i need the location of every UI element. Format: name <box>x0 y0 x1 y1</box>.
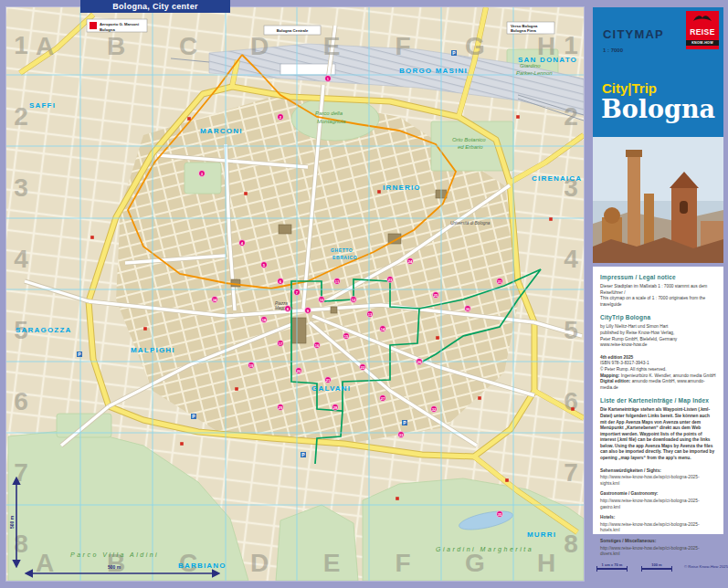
copyright-line: © Peter Rump. All rights reserved. <box>600 367 716 373</box>
sight-marker-number: 33 <box>399 433 404 437</box>
gastro-link-url: http://www.reise-know-how.de/wp/ct-bolog… <box>600 499 716 510</box>
svg-text:F: F <box>395 549 410 577</box>
mapping-label: Mapping: <box>600 373 619 378</box>
svg-text:2: 2 <box>564 102 578 131</box>
impressum-line-en: This citymap on a scale of 1 : 7000 orig… <box>600 296 716 308</box>
hotel-marker <box>90 236 94 239</box>
sights-link-url: http://www.reise-know-how.de/wp/ct-bolog… <box>600 475 716 487</box>
cover-photo-towers <box>593 137 723 263</box>
sidebar: REISE KNOW-HOW CITYMAP 1 : 7000 City|Tri… <box>589 0 728 588</box>
brand-name: REISE <box>690 27 715 37</box>
svg-text:6: 6 <box>564 387 578 415</box>
digital-line: Digital edition: amundo media GmbH, www.… <box>600 379 716 391</box>
sight-marker-number: 21 <box>326 378 331 383</box>
svg-text:G: G <box>465 32 485 60</box>
scale-label-vertical: 500 m <box>9 515 15 529</box>
edition-line: 4th edition 2025 <box>600 355 716 362</box>
svg-text:7: 7 <box>564 458 578 487</box>
svg-text:Università di Bologna: Università di Bologna <box>450 221 491 226</box>
svg-text:Bologna Centrale: Bologna Centrale <box>277 28 309 33</box>
svg-text:Verso Bologna: Verso Bologna <box>511 24 538 28</box>
svg-text:Parco Villa Aldini: Parco Villa Aldini <box>70 551 159 558</box>
sight-marker-number: 34 <box>213 298 217 302</box>
sidebar-footer: 1 cm = 70 m 100 m © Reise Know-How 2025 <box>596 555 724 577</box>
svg-text:GHETTO: GHETTO <box>331 247 353 253</box>
sight-marker-number: 16 <box>315 343 320 348</box>
svg-text:MURRI: MURRI <box>527 530 556 539</box>
legal-info-box: Impressum / Legal notice Dieser Stadtpla… <box>593 267 723 534</box>
svg-text:6: 6 <box>14 387 28 415</box>
sight-marker-number: 30 <box>466 307 470 311</box>
cover-city-title: Bologna <box>601 95 715 123</box>
sight-marker-number: 35 <box>498 512 502 517</box>
svg-text:D: D <box>250 32 269 60</box>
svg-text:4: 4 <box>564 245 578 273</box>
isbn: ISBN 978-3-8317-3943-1 <box>600 361 716 367</box>
svg-text:4: 4 <box>14 245 28 273</box>
cover-product-line: City|Trip <box>602 80 657 96</box>
svg-text:Orto Botanico: Orto Botanico <box>452 137 486 142</box>
map-index-heading: Liste der Karteneinträge / Map Index <box>600 397 716 404</box>
publisher-url: www.reise-know-how.de <box>600 342 716 349</box>
map-index-section: Liste der Karteneinträge / Map Index Die… <box>600 397 716 461</box>
map-sheet: A B C D E F G H A B C D E F G H 1 2 3 4 … <box>6 7 584 581</box>
svg-text:E: E <box>323 32 341 60</box>
svg-text:5: 5 <box>564 316 578 344</box>
impressum-section: Impressum / Legal notice Dieser Stadtpla… <box>600 274 716 308</box>
svg-text:Giardini Margherita: Giardini Margherita <box>436 546 533 553</box>
cover-series-title: CITYMAP <box>603 27 664 41</box>
city-map: A B C D E F G H A B C D E F G H 1 2 3 4 … <box>6 7 584 581</box>
hotel-marker <box>436 336 439 340</box>
sights-link-label: Sehenswürdigkeiten / Sights: <box>600 468 716 475</box>
misc-link-label: Sonstiges / Miscellaneous: <box>600 539 716 545</box>
hotel-marker <box>377 190 381 194</box>
park-11-settembre <box>185 163 221 194</box>
hotels-link-url: http://www.reise-know-how.de/wp/ct-bolog… <box>600 522 716 534</box>
svg-text:Bologna Fiera: Bologna Fiera <box>511 28 537 33</box>
scale-bar-1-label: 1 cm = 70 m <box>602 562 623 567</box>
svg-text:A: A <box>36 32 54 60</box>
sight-marker-number: 18 <box>262 318 267 322</box>
hotel-marker <box>478 396 481 400</box>
mapping-line: Mapping: Ingenieurbüro K. Wendler, amund… <box>600 373 716 380</box>
book-authors: by Lilly Nielitz-Hart und Simon Hart <box>600 324 716 331</box>
hotel-marker <box>180 442 184 446</box>
svg-text:8: 8 <box>564 530 578 558</box>
sight-marker-number: 14 <box>381 327 385 331</box>
svg-text:H: H <box>537 549 555 577</box>
edition-section: 4th edition 2025 ISBN 978-3-8317-3943-1 … <box>600 355 716 392</box>
scale-bar-2-label: 100 m <box>651 562 661 567</box>
svg-text:1: 1 <box>14 31 28 59</box>
city-center-badge: Bologna, City center <box>80 0 230 13</box>
brand-subname: KNOW-HOW <box>686 40 719 46</box>
sight-marker-number: 29 <box>279 405 283 410</box>
sight-marker-number: 22 <box>361 365 365 370</box>
svg-text:MARCONI: MARCONI <box>200 127 243 135</box>
hotels-link-label: Hotels: <box>600 515 716 521</box>
sight-marker-number: 17 <box>279 341 283 346</box>
scale-bar-1: 1 cm = 70 m <box>596 562 628 570</box>
station-label: Bologna Centrale <box>264 26 321 35</box>
svg-text:MALPIGHI: MALPIGHI <box>131 346 175 354</box>
book-heading: CityTrip Bologna <box>600 314 716 320</box>
scale-bar-2: 100 m <box>641 562 672 570</box>
sight-marker-number: 32 <box>432 407 437 412</box>
svg-text:C: C <box>179 32 197 60</box>
sight-marker-number: 28 <box>333 405 338 410</box>
sight-marker-number: 31 <box>498 279 502 284</box>
impressum-line-de: Dieser Stadtplan im Maßstab 1 : 7000 sta… <box>600 284 716 296</box>
svg-text:Aeroporto G. Marconi: Aeroporto G. Marconi <box>100 22 139 26</box>
sight-marker-number: 13 <box>368 312 373 317</box>
svg-text:SAFFI: SAFFI <box>29 101 56 110</box>
hotel-marker <box>549 217 553 221</box>
svg-text:E: E <box>323 549 341 577</box>
svg-text:3: 3 <box>14 173 28 202</box>
book-section: CityTrip Bologna by Lilly Nielitz-Hart u… <box>600 314 716 348</box>
hotel-marker <box>244 192 248 195</box>
svg-text:Parker-Lennon: Parker-Lennon <box>516 70 553 76</box>
sign-airport: Aeroporto G. Marconi Bologna <box>87 19 147 32</box>
svg-text:Bologna: Bologna <box>100 27 115 32</box>
hotel-marker <box>571 407 575 411</box>
sight-marker-number: 27 <box>381 396 385 401</box>
bird-icon <box>691 14 713 22</box>
